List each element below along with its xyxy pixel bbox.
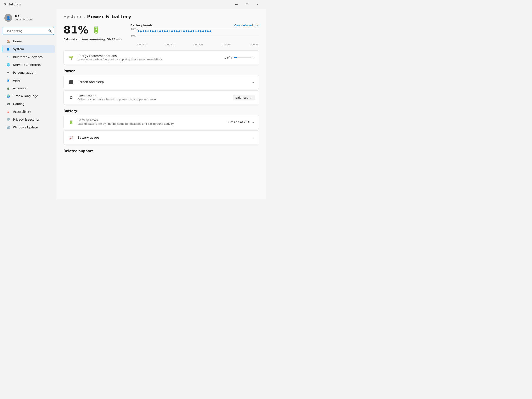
sidebar: 👤 HP Local Account 🔍 🏠 Home ■ System: [0, 9, 57, 200]
screen-sleep-right: ⌄: [252, 80, 254, 84]
search-container: 🔍: [0, 26, 57, 37]
est-label: Estimated time remaining:: [63, 38, 106, 41]
chart-dot: [193, 31, 194, 32]
chart-dot: [207, 31, 209, 32]
power-mode-right: Balanced ⌄: [233, 95, 254, 100]
chart-time-labels: 1:00 PM 7:00 PM 1:00 AM 7:00 AM 1:00 PM: [137, 43, 259, 46]
nav-privacy[interactable]: 🛡️ Privacy & security: [2, 116, 55, 123]
chart-dots-row: [137, 31, 259, 32]
chart-dot: [183, 31, 185, 32]
nav-accounts[interactable]: ● Accounts: [2, 84, 55, 92]
chart-dot-light: [181, 31, 182, 32]
minimize-button[interactable]: —: [232, 1, 242, 8]
energy-recommendations-row[interactable]: 🌱 Energy recommendations Lower your carb…: [64, 51, 259, 64]
breadcrumb: System › Power & battery: [63, 14, 259, 19]
battery-percentage: 81%: [63, 24, 89, 36]
nav-gaming-label: Gaming: [13, 102, 25, 106]
power-mode-dropdown[interactable]: Balanced ⌄: [233, 95, 254, 100]
energy-progress-bar: [234, 57, 251, 58]
chart-dot: [140, 31, 142, 32]
related-support-label: Related support: [63, 149, 259, 153]
personalization-icon: ✏️: [6, 70, 10, 75]
nav-home[interactable]: 🏠 Home: [2, 37, 55, 45]
battery-saver-row[interactable]: 🔋 Battery saver Extend battery life by l…: [64, 115, 259, 129]
chart-dot: [159, 31, 161, 32]
settings-window: ⚙️ Settings — ❐ ✕ 👤 HP Local Account 🔍: [0, 0, 266, 200]
window-content: 👤 HP Local Account 🔍 🏠 Home ■ System: [0, 9, 266, 200]
apps-icon: ⊞: [6, 78, 10, 82]
user-account-type: Local Account: [15, 18, 33, 21]
nav-accounts-label: Accounts: [13, 87, 26, 90]
close-button[interactable]: ✕: [253, 1, 263, 8]
chart-dot: [186, 31, 187, 32]
battery-usage-text: Battery usage: [78, 136, 248, 139]
time-label-1: 1:00 PM: [137, 43, 146, 46]
screen-sleep-row[interactable]: ⬛ Screen and sleep ⌄: [64, 75, 259, 89]
energy-progress-text: 1 of 7: [224, 56, 232, 59]
power-mode-dropdown-icon: ⌄: [250, 96, 252, 99]
screen-sleep-title: Screen and sleep: [78, 80, 248, 84]
nav-privacy-label: Privacy & security: [13, 118, 39, 121]
main-content: System › Power & battery 81% 🔋 Estimated…: [57, 9, 266, 200]
chart-dot-light: [169, 31, 170, 32]
chart-dot: [150, 31, 151, 32]
power-mode-icon: ♻: [68, 95, 74, 101]
nav-bluetooth[interactable]: ⬡ Bluetooth & devices: [2, 53, 55, 61]
nav-system[interactable]: ■ System: [2, 45, 55, 53]
screen-sleep-text: Screen and sleep: [78, 80, 248, 84]
battery-hero: 81% 🔋: [63, 24, 122, 36]
nav-network[interactable]: 🌐 Network & internet: [2, 61, 55, 69]
power-section-label: Power: [63, 69, 259, 73]
time-icon: 🌍: [6, 94, 10, 98]
chart-dot: [176, 31, 177, 32]
restore-button[interactable]: ❐: [242, 1, 252, 8]
chart-dot: [152, 31, 154, 32]
power-mode-text: Power mode Optimize your device based on…: [78, 94, 229, 101]
nav-network-label: Network & internet: [13, 63, 41, 66]
nav-home-label: Home: [13, 39, 22, 43]
chart-dot: [200, 31, 202, 32]
nav-update[interactable]: 🔄 Windows Update: [2, 123, 55, 131]
window-controls: — ❐ ✕: [232, 1, 263, 8]
chart-dot-light: [195, 31, 197, 32]
battery-top-row: 81% 🔋 Estimated time remaining: 5h 21min…: [63, 24, 259, 46]
chart-dot-light: [147, 31, 149, 32]
nav-gaming[interactable]: 🎮 Gaming: [2, 100, 55, 108]
titlebar: ⚙️ Settings — ❐ ✕: [0, 0, 266, 9]
power-mode-subtitle: Optimize your device based on power use …: [78, 98, 229, 101]
battery-saver-card: 🔋 Battery saver Extend battery life by l…: [63, 115, 259, 129]
view-detailed-link[interactable]: View detailed info: [234, 24, 259, 27]
battery-section-label: Battery: [63, 109, 259, 113]
energy-recommendations-card: 🌱 Energy recommendations Lower your carb…: [63, 51, 259, 65]
time-label-2: 7:00 PM: [165, 43, 175, 46]
power-mode-value: Balanced: [235, 96, 248, 99]
power-mode-row[interactable]: ♻ Power mode Optimize your device based …: [64, 91, 259, 105]
energy-chevron-icon: ›: [253, 56, 254, 59]
battery-saver-right: Turns on at 20% ⌄: [227, 120, 254, 124]
chart-dot: [174, 31, 175, 32]
nav-accessibility-label: Accessibility: [13, 110, 31, 114]
nav-system-label: System: [13, 47, 24, 51]
breadcrumb-current: Power & battery: [87, 14, 132, 19]
battery-saver-text: Battery saver Extend battery life by lim…: [78, 118, 224, 125]
search-input[interactable]: [3, 27, 54, 35]
energy-progress-fill: [234, 57, 236, 58]
nav-apps[interactable]: ⊞ Apps: [2, 76, 55, 84]
battery-usage-card: 📈 Battery usage ⌄: [63, 130, 259, 145]
accounts-icon: ●: [6, 86, 10, 90]
estimated-time: Estimated time remaining: 5h 21min: [63, 38, 122, 41]
grid-line-50: [137, 35, 259, 35]
nav-time[interactable]: 🌍 Time & language: [2, 92, 55, 100]
battery-usage-icon: 📈: [68, 134, 74, 141]
energy-subtitle: Lower your carbon footprint by applying …: [78, 58, 221, 61]
chart-dot: [154, 31, 156, 32]
nav-accessibility[interactable]: ♿ Accessibility: [2, 108, 55, 116]
nav-personalization[interactable]: ✏️ Personalization: [2, 69, 55, 76]
screen-sleep-chevron-icon: ⌄: [252, 80, 254, 84]
chart-dot: [188, 31, 190, 32]
battery-usage-row[interactable]: 📈 Battery usage ⌄: [64, 131, 259, 145]
energy-text: Energy recommendations Lower your carbon…: [78, 54, 221, 61]
battery-left: 81% 🔋 Estimated time remaining: 5h 21min: [63, 24, 122, 46]
energy-title: Energy recommendations: [78, 54, 221, 57]
chart-label-100: 100%: [131, 28, 138, 31]
